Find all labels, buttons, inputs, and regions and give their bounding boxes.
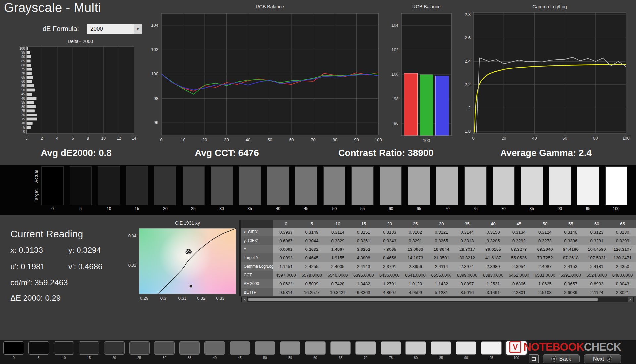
table-horizontal-scrollbar[interactable]: ◂ ▸ [241,297,634,302]
swatch-level-label: 55 [351,206,374,211]
grayscale-swatch [436,166,458,205]
axis-tick-label: 100 [151,71,158,76]
grayscale-swatch [464,166,487,205]
deltae-bar [27,47,28,50]
axis-tick-label: 50 [267,137,272,142]
level-thumbnail[interactable] [481,341,502,355]
table-cell: 0.6933 [584,279,610,288]
chevron-down-icon[interactable]: ▼ [134,24,142,34]
table-column-header: 20 [377,220,402,228]
deltae-bar [27,126,31,129]
table-row-label: ΔE ITP [241,288,273,296]
level-thumbnail[interactable] [129,341,150,355]
level-thumbnail[interactable] [104,341,125,355]
table-cell: 19.3944 [428,245,454,253]
table-cell: 0.0092 [273,253,299,262]
table-cell: 6546.0000 [325,271,350,279]
level-thumbnail[interactable] [355,341,376,355]
level-thumbnail[interactable] [204,341,225,355]
thumbnail-level-label: 60 [305,356,326,360]
level-thumbnail[interactable] [54,341,74,355]
axis-tick-label: 5 [23,126,25,129]
scroll-left-button[interactable]: ◂ [242,297,247,302]
level-thumbnail[interactable] [456,341,476,355]
deltae-bar [27,68,32,70]
scroll-right-button[interactable]: ▸ [628,297,633,302]
table-cell: 0.0092 [273,245,299,253]
deltae-bar-chart: 0246810121405101520253035404550556065707… [7,37,146,142]
level-thumbnail[interactable] [330,341,351,355]
table-cell: 1.1454 [273,262,299,271]
axis-tick-label: 80 [333,137,337,142]
cie-border [139,228,236,294]
scrollbar-thumb[interactable] [248,298,598,301]
table-cell: 1.0625 [532,279,558,288]
grayscale-swatch [154,166,176,205]
reading-delta-e: ΔE 2000: 0.29 [10,294,120,303]
level-thumbnail[interactable] [381,341,401,355]
level-thumbnail[interactable] [230,341,250,355]
table-cell: 55.0526 [506,253,532,262]
table-row-label: Y [241,245,273,253]
axis-tick-label: 10 [101,136,106,141]
swatch-level-label: 65 [408,206,430,211]
level-thumbnail[interactable] [280,341,300,355]
table-cell: 4.8607 [377,288,402,296]
axis-tick-label: 0.32 [197,296,205,301]
de-formula-dropdown[interactable]: 2000 ▼ [87,24,142,34]
axis-tick-label: 45 [21,92,25,96]
table-cell: 87.2618 [558,253,584,262]
axis-tick-label: 15 [21,117,25,121]
deltae-bar [27,55,31,58]
swatch-level-label: 85 [521,206,543,211]
axis-tick-label: 50 [21,88,25,92]
level-thumbnail[interactable] [405,341,426,355]
table-cell: 1.1432 [428,279,454,288]
axis-tick-label: 0 [26,136,28,141]
swatch-level-label: 20 [154,206,176,211]
table-cell: 6531.0000 [532,271,558,279]
table-cell: 0.3121 [428,228,454,236]
swatch-level-label: 60 [380,206,402,211]
level-thumbnail[interactable] [28,341,49,355]
deltae-bar [27,114,37,116]
pattern-window-button[interactable] [529,354,539,363]
table-column-header: 50 [532,220,558,228]
axis-tick-label: 0.31 [178,296,186,301]
scrollbar-track[interactable] [247,297,628,302]
grayscale-swatch [98,166,120,205]
bottom-bar: 0510152025303540455055606570758085909510… [0,340,636,364]
axis-tick-label: 60 [562,136,567,141]
axis-tick-label: 20 [502,136,506,141]
grayscale-swatch [605,166,627,205]
level-thumbnail[interactable] [3,341,24,355]
table-cell: 0.8897 [454,279,480,288]
axis-tick-label: 104 [391,23,398,28]
table-cell: 53.3273 [506,245,532,253]
table-cell: 107.5031 [584,253,610,262]
table-cell: 2.2301 [506,288,532,296]
back-button[interactable]: « Back [543,354,580,363]
axis-tick-label: 95 [21,51,25,54]
rgb-balance-line-chart: 96981001021040102030405060708090100 [142,0,388,146]
level-thumbnail[interactable] [431,341,451,355]
thumbnail-level-label: 85 [431,356,451,360]
level-thumbnail[interactable] [305,341,326,355]
arrow-right-icon: ▸ [630,298,631,301]
axis-tick-label: 2.4 [465,59,471,64]
level-thumbnail[interactable] [79,341,99,355]
table-cell: 6436.0000 [377,271,402,279]
axis-tick-label: 0 [160,137,162,142]
table-cell: 4.9599 [402,288,428,296]
deltae-bar [27,93,32,96]
table-cell: 2.3974 [454,262,480,271]
thumbnail-level-label: 45 [230,356,250,360]
level-thumbnail[interactable] [255,341,275,355]
level-thumbnail[interactable] [154,341,175,355]
table-corner-cell [241,220,273,228]
deltae-bar [27,76,33,79]
table-cell: 0.2632 [299,245,325,253]
table-column-header: 65 [610,220,635,228]
next-button[interactable]: Next » [584,354,621,363]
level-thumbnail[interactable] [179,341,200,355]
